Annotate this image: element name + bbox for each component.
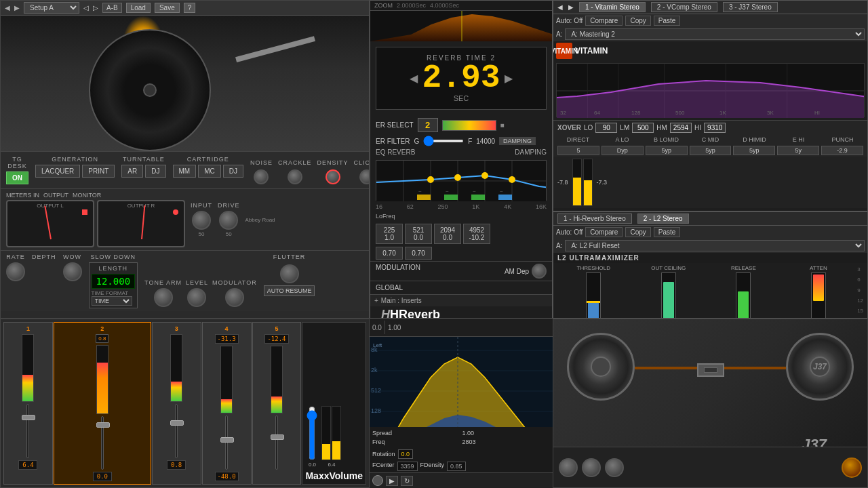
scale-9: 9: [857, 287, 863, 293]
freq-labels-row: 16 62 250 1K 4K 16K: [370, 203, 552, 210]
band-btn-5yp2[interactable]: 5yp: [690, 146, 732, 155]
compare-btn[interactable]: Compare: [585, 16, 623, 26]
load-button[interactable]: Load: [126, 3, 151, 13]
eq-band2-freq: 521: [410, 226, 427, 234]
nav-forward-icon[interactable]: ▶: [14, 4, 20, 12]
vcomp-tab[interactable]: 2 - VComp Stereo: [651, 2, 717, 12]
svg-point-12: [509, 176, 515, 183]
damping-tab[interactable]: DAMPING: [499, 137, 536, 145]
wow-knob[interactable]: [63, 262, 82, 281]
er-filter-slider[interactable]: [423, 140, 464, 142]
vu-left-meter: [572, 159, 582, 206]
tone-arm-knob[interactable]: [154, 288, 173, 307]
noise-knob[interactable]: [254, 169, 269, 184]
flutter-knob[interactable]: [280, 264, 299, 283]
mm-btn[interactable]: MM: [173, 165, 197, 178]
er-filter-f-label: F: [468, 138, 472, 145]
release-fill: [738, 291, 749, 319]
ch2-fader-handle[interactable]: [96, 422, 110, 428]
l2-compare-btn[interactable]: Compare: [585, 227, 623, 237]
auto-resume-btn[interactable]: AUTO RESUME: [264, 285, 315, 296]
eq-band-2[interactable]: 521 0.0: [405, 224, 432, 244]
lm-val[interactable]: 500: [632, 123, 654, 133]
l2-controls: THRESHOLD -7.5 OUT CEILING 0.0 RELEASE: [553, 263, 867, 319]
eq-band-3[interactable]: 2094 0.0: [434, 224, 461, 244]
crackle-knob[interactable]: [288, 169, 302, 184]
reverb-decrement-btn[interactable]: ◀: [410, 72, 418, 85]
l2-tab[interactable]: 2 - L2 Stereo: [637, 214, 689, 224]
band-btn-neg29[interactable]: -2.9: [821, 146, 863, 155]
dj2-btn[interactable]: DJ: [223, 165, 243, 178]
nav-forward-icon-2[interactable]: ▶: [568, 3, 574, 11]
setup-dropdown[interactable]: Setup A: [24, 2, 79, 14]
nav-back-icon-2[interactable]: ◀: [557, 3, 563, 11]
ch3-fader-handle[interactable]: [170, 420, 184, 426]
rate-knob[interactable]: [6, 262, 25, 281]
eq-add-2: 0.70: [405, 247, 432, 260]
clicks-knob[interactable]: [359, 169, 370, 184]
er-select-value[interactable]: 2: [418, 118, 438, 132]
band-btn-dyp[interactable]: Dyp: [601, 146, 644, 155]
hi-val[interactable]: 9310: [704, 123, 726, 133]
j37-knob-3[interactable]: [605, 458, 624, 477]
xover-row: XOVER LO 90 LM 500 HM 2594 HI 9310: [553, 120, 867, 135]
j37-knob-2[interactable]: [582, 458, 601, 477]
on-button[interactable]: ON: [6, 171, 28, 184]
level-knob[interactable]: [187, 288, 206, 307]
eq-band3-gain: 0.0: [439, 234, 456, 241]
drive-knob[interactable]: [219, 211, 238, 230]
l2-paste-btn[interactable]: Paste: [654, 227, 681, 237]
hm-val[interactable]: 2594: [670, 123, 692, 133]
ab-btn[interactable]: A-B: [102, 3, 122, 13]
print-btn[interactable]: PRINT: [82, 165, 115, 178]
lo-val[interactable]: 90: [595, 123, 617, 133]
arrow-right-icon[interactable]: ▷: [93, 4, 98, 12]
help-icon[interactable]: ?: [184, 3, 196, 13]
time-format-select[interactable]: TIME: [92, 296, 132, 306]
mc-btn[interactable]: MC: [198, 165, 221, 178]
band-controls: 5 Dyp 5yp 5yp 5yp 5y -2.9: [553, 144, 867, 157]
arrow-left-icon[interactable]: ◁: [83, 4, 89, 12]
band-btn-5[interactable]: 5: [557, 146, 599, 155]
density-knob[interactable]: [326, 169, 340, 184]
l2-copy-btn[interactable]: Copy: [625, 227, 650, 237]
input-knob[interactable]: [192, 211, 211, 230]
ch4-fader-handle[interactable]: [220, 437, 234, 443]
transport-knob[interactable]: [372, 475, 383, 486]
modulator-knob[interactable]: [225, 288, 244, 307]
copy-btn[interactable]: Copy: [625, 16, 650, 26]
l2-preset-select[interactable]: A: L2 Full Reset: [565, 240, 865, 251]
main-fader-1[interactable]: [305, 406, 319, 460]
turntable-section: TURNTABLE AR DJ: [121, 156, 165, 184]
vitamin-tab[interactable]: 1 - Vitamin Stereo: [579, 2, 646, 12]
main-vu-right: [332, 406, 341, 460]
er-tab-icon[interactable]: ■: [500, 121, 505, 129]
ar-btn[interactable]: AR: [121, 165, 143, 178]
freq-val: 2803: [462, 439, 551, 445]
paste-btn[interactable]: Paste: [654, 16, 681, 26]
vu-right-val: -7.3: [597, 179, 608, 186]
ch1-fader-handle[interactable]: [22, 415, 35, 420]
val-1-00: 1.00: [388, 324, 401, 331]
eq-band-4[interactable]: 4952 -10.2: [463, 224, 490, 244]
turntable-label: TURNTABLE: [121, 156, 165, 163]
ch5-fader-handle[interactable]: [271, 434, 284, 440]
loop-btn[interactable]: ↻: [401, 476, 413, 486]
eq-band-1[interactable]: 225 1.0: [376, 224, 403, 244]
nav-back-icon[interactable]: ◀: [5, 4, 10, 12]
reverb-increment-btn[interactable]: ▶: [505, 72, 513, 85]
hi-reverb-tab[interactable]: 1 - Hi-Reverb Stereo: [557, 214, 632, 224]
band-btn-5yp[interactable]: 5yp: [646, 146, 688, 155]
lacquer-btn[interactable]: LACQUER: [35, 165, 80, 178]
band-btn-5y[interactable]: 5y: [777, 146, 819, 155]
j37-knob-large[interactable]: [842, 458, 862, 478]
am-dep-knob[interactable]: [532, 264, 547, 279]
mastering-preset-select[interactable]: A: Mastering 2: [565, 28, 865, 40]
play-btn[interactable]: ▶: [386, 476, 398, 486]
save-button[interactable]: Save: [155, 3, 180, 13]
j37-knob-1[interactable]: [559, 458, 578, 477]
j37-tab[interactable]: 3 - J37 Stereo: [723, 2, 778, 12]
dj-btn[interactable]: DJ: [145, 165, 165, 178]
scale-3: 3: [857, 266, 863, 272]
band-btn-5yp3[interactable]: 5yp: [733, 146, 775, 155]
